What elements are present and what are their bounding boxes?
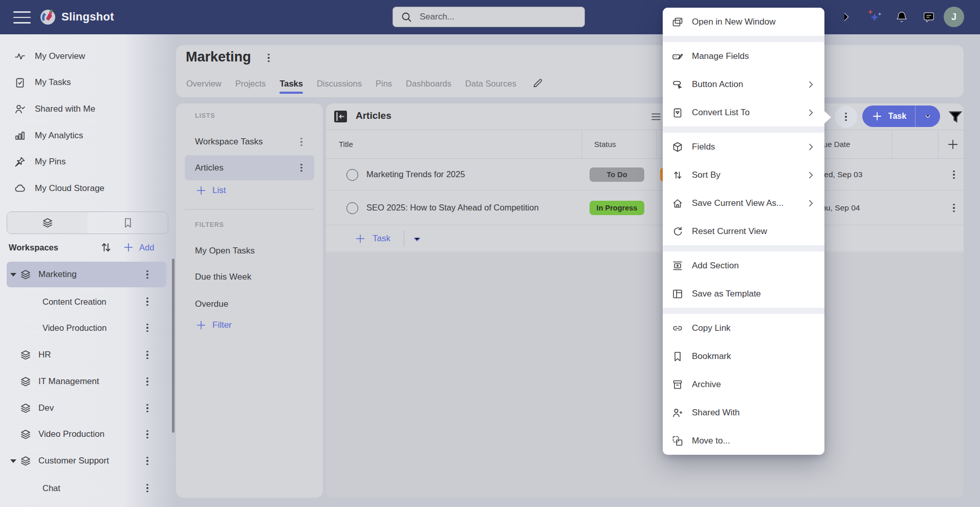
sidebar-item-shared-with-me[interactable]: Shared with Me	[14, 101, 95, 117]
context-menu-anchor-arrow	[824, 111, 831, 124]
collapse-panel-icon[interactable]	[334, 110, 347, 123]
workspace-subitem-content-creation[interactable]: Content Creation	[7, 290, 166, 313]
tab-data-sources[interactable]: Data Sources	[465, 79, 516, 89]
caret-down-icon[interactable]	[10, 273, 16, 277]
filter-item-label: My Open Tasks	[195, 246, 255, 256]
sidebar-scrollbar[interactable]	[172, 259, 175, 433]
task-kebab-icon[interactable]	[949, 202, 959, 214]
search-input[interactable]	[419, 11, 577, 23]
toggle-bookmarks-tab[interactable]	[88, 212, 168, 234]
workspace-item-marketing[interactable]: Marketing	[7, 262, 166, 287]
sidebar-item-my-cloud-storage[interactable]: My Cloud Storage	[14, 181, 104, 196]
workspace-subitem-chat[interactable]: Chat	[7, 477, 166, 499]
page-title-kebab-icon[interactable]	[264, 52, 273, 64]
pencil-icon[interactable]	[531, 77, 543, 90]
menu-item-convert-list-to[interactable]: Convert List To	[663, 98, 824, 126]
menu-item-archive[interactable]: Archive	[663, 370, 824, 398]
ai-sparkles-icon[interactable]	[865, 8, 884, 26]
menu-item-add-section[interactable]: Add Section	[663, 251, 824, 280]
menu-item-manage-fields[interactable]: Manage Fields	[663, 42, 824, 70]
add-workspace-label: Add	[139, 243, 154, 252]
sidebar-item-my-overview[interactable]: My Overview	[14, 49, 85, 64]
workspace-kebab-icon[interactable]	[143, 429, 152, 440]
column-header-title[interactable]: Title	[339, 130, 353, 158]
add-task-button[interactable]: Task	[354, 225, 390, 252]
task-kebab-icon[interactable]	[949, 169, 959, 180]
workspace-item-customer-support[interactable]: Customer Support	[7, 450, 166, 472]
hamburger-menu-icon[interactable]	[13, 11, 31, 24]
view-options-icon[interactable]	[650, 111, 662, 123]
workspace-kebab-icon[interactable]	[143, 482, 152, 494]
chat-icon[interactable]	[922, 10, 936, 24]
workspace-item-video-production[interactable]: Video Production	[7, 423, 166, 446]
add-list-button[interactable]: List	[195, 184, 226, 197]
layers-icon	[19, 349, 32, 361]
add-filter-button[interactable]: Filter	[195, 319, 232, 331]
chevron-right-icon[interactable]	[839, 10, 853, 24]
workspace-item-hr[interactable]: HR	[7, 344, 166, 366]
tab-pins[interactable]: Pins	[376, 79, 392, 89]
workspace-kebab-icon[interactable]	[143, 269, 152, 280]
new-task-main[interactable]: Task	[862, 105, 915, 127]
table-row[interactable]: Marketing Trends for 2025To DoWed, Sep 0…	[326, 159, 964, 191]
menu-item-copy-link[interactable]: Copy Link	[663, 314, 824, 342]
tab-tasks[interactable]: Tasks	[279, 79, 303, 89]
tab-discussions[interactable]: Discussions	[317, 79, 362, 89]
workspace-subitem-video-production[interactable]: Video Production	[7, 316, 166, 339]
list-item-workspace-tasks[interactable]: Workspace Tasks	[185, 131, 314, 153]
panel-empty-area	[326, 252, 964, 498]
status-badge[interactable]: In Progress	[590, 201, 644, 215]
menu-item-shared-with[interactable]: Shared With	[663, 398, 824, 427]
articles-menu-button[interactable]	[835, 105, 857, 128]
workspace-kebab-icon[interactable]	[143, 455, 152, 467]
brand-name: Slingshot	[61, 10, 114, 24]
list-kebab-icon[interactable]	[297, 162, 306, 174]
workspace-kebab-icon[interactable]	[143, 349, 152, 361]
workspace-item-dev[interactable]: Dev	[7, 397, 166, 419]
table-row[interactable]: SEO 2025: How to Stay Ahead of Competiti…	[326, 191, 964, 225]
filter-funnel-icon[interactable]	[947, 109, 964, 125]
filter-item-due-this-week[interactable]: Due this Week	[185, 266, 314, 288]
workspace-kebab-icon[interactable]	[143, 296, 152, 307]
filter-item-my-open-tasks[interactable]: My Open Tasks	[185, 240, 314, 262]
menu-item-sort-by[interactable]: Sort By	[663, 161, 824, 189]
toggle-workspaces-tab[interactable]	[7, 212, 88, 234]
global-search[interactable]	[393, 7, 585, 27]
sidebar-item-my-analytics[interactable]: My Analytics	[14, 128, 83, 143]
tab-dashboards[interactable]: Dashboards	[406, 79, 451, 89]
status-badge[interactable]: To Do	[590, 167, 644, 182]
task-checkbox[interactable]	[346, 202, 358, 214]
menu-item-bookmark[interactable]: Bookmark	[663, 342, 824, 370]
menu-item-move-to[interactable]: Move to...	[663, 427, 824, 455]
tab-projects[interactable]: Projects	[235, 79, 266, 89]
menu-item-button-action[interactable]: Button Action	[663, 70, 824, 98]
sidebar-item-my-pins[interactable]: My Pins	[14, 154, 66, 170]
menu-item-save-as-template[interactable]: Save as Template	[663, 280, 824, 308]
workspace-kebab-icon[interactable]	[143, 322, 152, 333]
caret-down-icon[interactable]	[10, 459, 16, 463]
menu-item-save-current-view-as[interactable]: Save Current View As...	[663, 189, 824, 217]
workspace-kebab-icon[interactable]	[143, 376, 152, 387]
task-button-dropdown[interactable]	[916, 105, 940, 127]
user-avatar[interactable]: J	[944, 7, 964, 27]
list-kebab-icon[interactable]	[297, 136, 306, 147]
add-task-dropdown-icon[interactable]	[411, 233, 423, 245]
tab-overview[interactable]: Overview	[186, 79, 222, 89]
task-checkbox[interactable]	[346, 169, 358, 181]
slingshot-logo-icon[interactable]	[39, 8, 57, 26]
new-task-button[interactable]: Task	[862, 105, 940, 127]
workspace-item-it-management[interactable]: IT Management	[7, 370, 166, 393]
menu-item-reset-current-view[interactable]: Reset Current View	[663, 217, 824, 245]
add-filter-label: Filter	[212, 320, 232, 330]
bell-icon[interactable]	[895, 10, 909, 24]
column-header-status[interactable]: Status	[594, 130, 616, 158]
add-workspace-button[interactable]: Add	[122, 240, 154, 255]
menu-item-open-in-new-window[interactable]: Open in New Window	[663, 8, 824, 36]
workspace-kebab-icon[interactable]	[143, 403, 152, 414]
menu-item-fields[interactable]: Fields	[663, 133, 824, 161]
add-column-button[interactable]	[946, 137, 960, 152]
sidebar-item-my-tasks[interactable]: My Tasks	[14, 75, 71, 90]
filter-item-overdue[interactable]: Overdue	[185, 293, 314, 315]
list-item-articles[interactable]: Articles	[185, 155, 314, 180]
sort-updown-icon[interactable]	[99, 240, 113, 255]
